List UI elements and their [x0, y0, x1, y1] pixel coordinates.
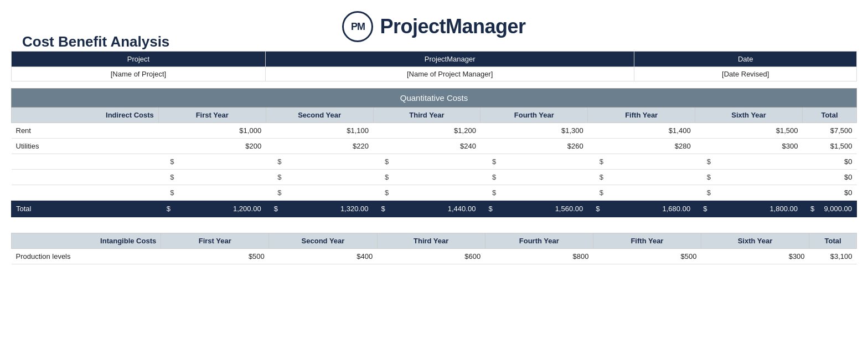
info-value-date: [Date Revised] — [634, 67, 857, 81]
col-header-y5: Fifth Year — [588, 108, 695, 123]
logo-name: ProjectManager — [380, 15, 525, 38]
intangible-col-y5: Fifth Year — [593, 233, 701, 249]
intangible-costs-table: Intangible Costs First Year Second Year … — [11, 233, 857, 264]
table-row: $ $ $ $ $ $ $0 — [12, 185, 857, 201]
table-row: $ $ $ $ $ $ $0 — [12, 154, 857, 170]
totals-row: Total $ 1,200.00 $ 1,320.00 $ 1,440.00 $… — [12, 201, 857, 217]
col-header-y1: First Year — [158, 108, 266, 123]
intangible-col-total: Total — [809, 233, 857, 249]
intangible-col-y3: Third Year — [377, 233, 485, 249]
info-bar: Project ProjectManager Date [Name of Pro… — [11, 51, 857, 81]
info-header-date: Date — [634, 52, 857, 67]
intangible-costs-label: Intangible Costs — [12, 233, 161, 249]
table-row: $ $ $ $ $ $ $0 — [12, 170, 857, 185]
info-value-project: [Name of Project] — [12, 67, 266, 81]
info-header-pm: ProjectManager — [265, 52, 634, 67]
indirect-costs-label: Indirect Costs — [12, 108, 159, 123]
quantitative-costs-table: Quantitative Costs Indirect Costs First … — [11, 88, 857, 217]
logo-icon: PM — [342, 11, 373, 42]
col-header-y2: Second Year — [266, 108, 373, 123]
col-header-y4: Fourth Year — [480, 108, 588, 123]
intangible-col-y2: Second Year — [269, 233, 377, 249]
table-row: Utilities $200 $220 $240 $260 $280 $300 … — [12, 139, 857, 154]
intangible-col-y1: First Year — [161, 233, 269, 249]
info-header-project: Project — [12, 52, 266, 67]
col-header-total: Total — [803, 108, 857, 123]
quantitative-costs-header: Quantitative Costs — [12, 89, 857, 108]
table-row: Production levels $500 $400 $600 $800 $5… — [12, 249, 857, 264]
info-value-pm: [Name of Project Manager] — [265, 67, 634, 81]
intangible-col-y4: Fourth Year — [485, 233, 593, 249]
table-row: Rent $1,000 $1,100 $1,200 $1,300 $1,400 … — [12, 123, 857, 139]
page-title: Cost Benefit Analysis — [22, 33, 169, 50]
intangible-col-y6: Sixth Year — [701, 233, 809, 249]
col-header-y6: Sixth Year — [695, 108, 803, 123]
col-header-y3: Third Year — [373, 108, 480, 123]
